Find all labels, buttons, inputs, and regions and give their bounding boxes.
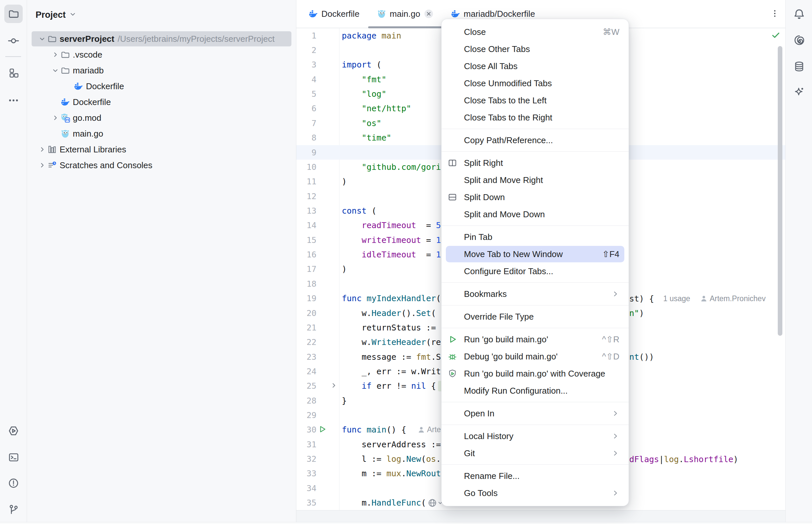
tool-stripe-more-tool-windows-icon[interactable] [4, 91, 23, 110]
menu-item-label: Modify Run Configuration... [464, 386, 568, 396]
menu-item-run-go-build-main-go-with-coverage[interactable]: Run 'go build main.go' with Coverage [441, 365, 629, 382]
line-number: 6 [296, 104, 316, 113]
menu-item-label: Pin Tab [464, 232, 492, 242]
menu-item-run-go-build-main-go[interactable]: Run 'go build main.go'^⇧R [441, 331, 629, 348]
chevron-down-icon[interactable] [38, 35, 46, 43]
menu-item-label: Go Tools [464, 488, 498, 498]
menu-item-close-other-tabs[interactable]: Close Other Tabs [441, 40, 629, 58]
tab-main-go[interactable]: main.go [368, 0, 442, 28]
tool-stripe-database-icon[interactable] [790, 58, 808, 76]
menu-item-label: Split Right [464, 158, 503, 168]
chevron-down-icon[interactable] [51, 66, 60, 75]
menu-item-split-and-move-down[interactable]: Split and Move Down [441, 206, 629, 223]
tree-row-vscode[interactable]: .vscode [27, 47, 296, 63]
icon-slot [448, 78, 457, 88]
gutter [316, 58, 339, 72]
tree-row-main-go[interactable]: main.go [27, 126, 296, 142]
menu-item-copy-path-reference[interactable]: Copy Path/Reference... [441, 132, 629, 149]
submenu-arrow-icon [612, 449, 619, 457]
icon-slot [448, 232, 457, 242]
lib-icon [47, 145, 57, 154]
menu-item-debug-go-build-main-go[interactable]: Debug 'go build main.go'^⇧D [441, 348, 629, 365]
tree-row-mariadb[interactable]: mariadb [27, 63, 296, 78]
menu-item-label: Bookmarks [464, 289, 507, 299]
menu-item-go-tools[interactable]: Go Tools [441, 485, 629, 502]
menu-item-split-and-move-right[interactable]: Split and Move Right [441, 171, 629, 189]
chevron-down-icon [69, 11, 76, 19]
gutter [316, 349, 339, 364]
menu-item-split-down[interactable]: Split Down [441, 189, 629, 206]
project-panel-header[interactable]: Project [27, 0, 296, 30]
tool-stripe-version-control-icon[interactable] [4, 500, 23, 519]
menu-item-open-in[interactable]: Open In [441, 405, 629, 422]
menu-item-bookmarks[interactable]: Bookmarks [441, 285, 629, 302]
icon-slot [448, 471, 457, 481]
tab-label: mariadb/Dockerfile [464, 9, 535, 19]
menu-item-rename-file[interactable]: Rename File... [441, 468, 629, 485]
tool-stripe-notifications-icon[interactable] [790, 5, 808, 23]
menu-item-close-unmodified-tabs[interactable]: Close Unmodified Tabs [441, 75, 629, 92]
menu-item-label: Rename File... [464, 471, 520, 481]
tool-stripe-ai-assistant-icon[interactable] [790, 31, 808, 49]
tool-stripe-ai-actions-icon[interactable] [790, 83, 808, 101]
tool-stripe-commit-icon[interactable] [4, 32, 23, 50]
tree-row-scratches-and-consoles[interactable]: Scratches and Consoles [27, 157, 296, 173]
icon-slot [448, 175, 457, 185]
tree-row-serverproject[interactable]: serverProject/Users/jetbrains/myProjects… [27, 31, 296, 47]
chevron-right-icon[interactable] [38, 145, 46, 154]
tree-row-dockerfile[interactable]: Dockerfile [27, 94, 296, 110]
chevron-right-icon[interactable] [51, 50, 60, 59]
line-number: 32 [296, 454, 316, 464]
inspections-check-icon[interactable] [771, 30, 781, 42]
run-gutter-icon[interactable] [318, 425, 327, 435]
tool-stripe-terminal-icon[interactable] [4, 448, 23, 466]
menu-item-configure-editor-tabs[interactable]: Configure Editor Tabs... [441, 263, 629, 280]
menu-item-modify-run-configuration[interactable]: Modify Run Configuration... [441, 382, 629, 399]
close-icon[interactable] [424, 9, 433, 18]
folder-icon [60, 50, 70, 60]
intention-globe-icon[interactable] [427, 498, 443, 508]
tree-item-label: go.mod [73, 113, 101, 123]
chevron-right-icon[interactable] [51, 114, 60, 122]
editor-options-kebab-icon[interactable] [767, 5, 782, 22]
menu-item-git[interactable]: Git [441, 445, 629, 462]
menu-item-local-history[interactable]: Local History [441, 428, 629, 445]
menu-item-close[interactable]: Close⌘W [441, 23, 629, 40]
icon-slot [448, 61, 457, 71]
menu-item-close-tabs-to-the-left[interactable]: Close Tabs to the Left [441, 92, 629, 109]
line-number: 30 [296, 425, 316, 435]
menu-item-move-tab-to-new-window[interactable]: Move Tab to New Window⇧F4 [441, 246, 629, 263]
tool-stripe-services-icon[interactable] [4, 422, 23, 440]
menu-item-close-tabs-to-the-right[interactable]: Close Tabs to the Right [441, 109, 629, 126]
code-text: "log" [342, 89, 386, 99]
menu-item-split-right[interactable]: Split Right [441, 154, 629, 171]
gutter [316, 86, 339, 101]
line-number: 11 [296, 177, 316, 186]
project-panel-title: Project [35, 10, 66, 20]
line-number: 33 [296, 469, 316, 478]
menu-item-override-file-type[interactable]: Override File Type [441, 308, 629, 325]
tool-stripe-project-icon[interactable] [4, 5, 23, 23]
tree-item-label: Scratches and Consoles [60, 160, 152, 170]
tree-row-go-mod[interactable]: go.mod [27, 110, 296, 126]
line-number: 35 [296, 498, 316, 508]
gutter [316, 28, 339, 43]
chevron-right-icon[interactable] [38, 161, 46, 169]
tool-stripe-problems-icon[interactable] [4, 474, 23, 492]
editor-scrollbar[interactable] [778, 46, 782, 336]
fold-collapsed-icon[interactable] [330, 382, 338, 390]
code-vision[interactable]: 1 usageArtem.Pronichev [663, 294, 766, 303]
code-tail: st) {1 usageArtem.Pronichev [629, 294, 766, 303]
line-number: 34 [296, 484, 316, 493]
submenu-arrow-icon [612, 409, 619, 417]
tree-row-dockerfile[interactable]: Dockerfile [27, 78, 296, 94]
tab-dockerfile[interactable]: Dockerfile [299, 0, 368, 28]
usage-count: 1 usage [663, 294, 690, 303]
menu-item-close-all-tabs[interactable]: Close All Tabs [441, 58, 629, 75]
line-number: 28 [296, 396, 316, 406]
tool-stripe-structure-icon[interactable] [4, 64, 23, 82]
line-number: 20 [296, 308, 316, 318]
code-text: m := mux.NewRout [342, 469, 441, 478]
tree-row-external-libraries[interactable]: External Libraries [27, 142, 296, 157]
menu-item-pin-tab[interactable]: Pin Tab [441, 228, 629, 246]
